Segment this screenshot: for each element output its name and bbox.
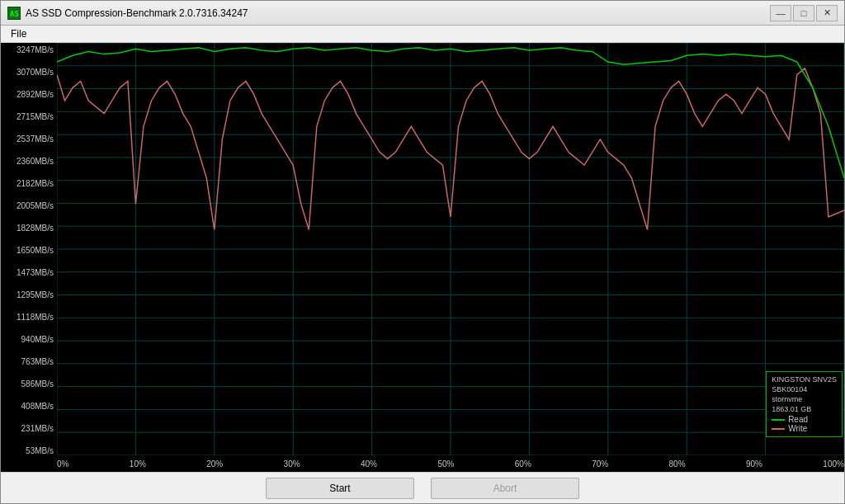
x-axis-label: 40% (361, 459, 377, 469)
y-axis-label: 586MB/s (4, 380, 54, 389)
x-axis-label: 90% (746, 459, 762, 469)
y-axis-label: 1473MB/s (4, 269, 54, 277)
title-bar-left: AS AS SSD Compression-Benchmark 2.0.7316… (7, 7, 248, 20)
legend-device: KINGSTON SNV2S (772, 375, 837, 384)
chart-area: 3247MB/s3070MB/s2892MB/s2715MB/s2537MB/s… (1, 43, 844, 472)
write-color-swatch (772, 428, 785, 430)
abort-button[interactable]: Abort (431, 478, 579, 499)
y-axis-label: 2537MB/s (4, 135, 54, 144)
start-button[interactable]: Start (266, 478, 414, 499)
y-axis-label: 2360MB/s (4, 158, 54, 166)
y-axis-label: 1118MB/s (4, 313, 54, 322)
y-axis-label: 3247MB/s (4, 46, 54, 54)
x-axis-label: 0% (57, 459, 68, 469)
x-axis-label: 10% (130, 459, 146, 469)
x-axis-label: 70% (592, 459, 608, 469)
x-axis-label: 100% (823, 459, 844, 469)
x-axis-label: 50% (437, 459, 454, 469)
x-axis-label: 30% (284, 459, 300, 469)
x-labels: 0%10%20%30%40%50%60%70%80%90%100% (57, 459, 844, 469)
y-axis-label: 1650MB/s (4, 247, 54, 255)
y-axis-label: 763MB/s (4, 358, 54, 366)
app-window: AS AS SSD Compression-Benchmark 2.0.7316… (0, 0, 845, 504)
window-title: AS SSD Compression-Benchmark 2.0.7316.34… (26, 7, 248, 19)
y-axis-label: 408MB/s (4, 403, 54, 411)
legend-write-label: Write (788, 424, 807, 433)
svg-text:AS: AS (10, 10, 19, 18)
minimize-button[interactable]: — (770, 5, 791, 21)
x-axis-label: 60% (515, 459, 531, 469)
window-controls: — □ ✕ (770, 5, 838, 21)
legend-write: Write (772, 424, 837, 433)
chart-container: KINGSTON SNV2S SBK00104 stornvme 1863.01… (57, 43, 844, 472)
x-axis: 0%10%20%30%40%50%60%70%80%90%100% (57, 455, 844, 472)
y-axis-label: 2715MB/s (4, 113, 54, 121)
legend-read: Read (772, 415, 837, 424)
y-axis-label: 940MB/s (4, 336, 54, 344)
y-axis-label: 53MB/s (4, 447, 54, 455)
legend-model: SBK00104 (772, 385, 837, 393)
y-axis-label: 2182MB/s (4, 180, 54, 188)
app-icon: AS (7, 7, 21, 20)
y-axis-label: 231MB/s (4, 425, 54, 433)
file-menu[interactable]: File (7, 26, 30, 41)
read-color-swatch (772, 419, 785, 421)
x-axis-label: 20% (206, 459, 223, 469)
legend-box: KINGSTON SNV2S SBK00104 stornvme 1863.01… (766, 371, 843, 437)
legend-size: 1863.01 GB (772, 405, 837, 413)
legend-read-label: Read (788, 415, 808, 424)
y-axis-label: 1295MB/s (4, 291, 54, 299)
legend-driver: stornvme (772, 395, 837, 403)
close-button[interactable]: ✕ (816, 5, 838, 21)
y-axis: 3247MB/s3070MB/s2892MB/s2715MB/s2537MB/s… (1, 43, 57, 472)
x-axis-label: 80% (669, 459, 686, 469)
y-axis-label: 2005MB/s (4, 202, 54, 210)
y-axis-label: 2892MB/s (4, 91, 54, 99)
bottom-bar: Start Abort (1, 472, 844, 503)
menu-bar: File (1, 26, 844, 43)
y-axis-label: 3070MB/s (4, 68, 54, 77)
maximize-button[interactable]: □ (793, 5, 814, 21)
y-axis-label: 1828MB/s (4, 224, 54, 233)
title-bar: AS AS SSD Compression-Benchmark 2.0.7316… (1, 1, 844, 26)
chart-plot: KINGSTON SNV2S SBK00104 stornvme 1863.01… (57, 43, 844, 455)
